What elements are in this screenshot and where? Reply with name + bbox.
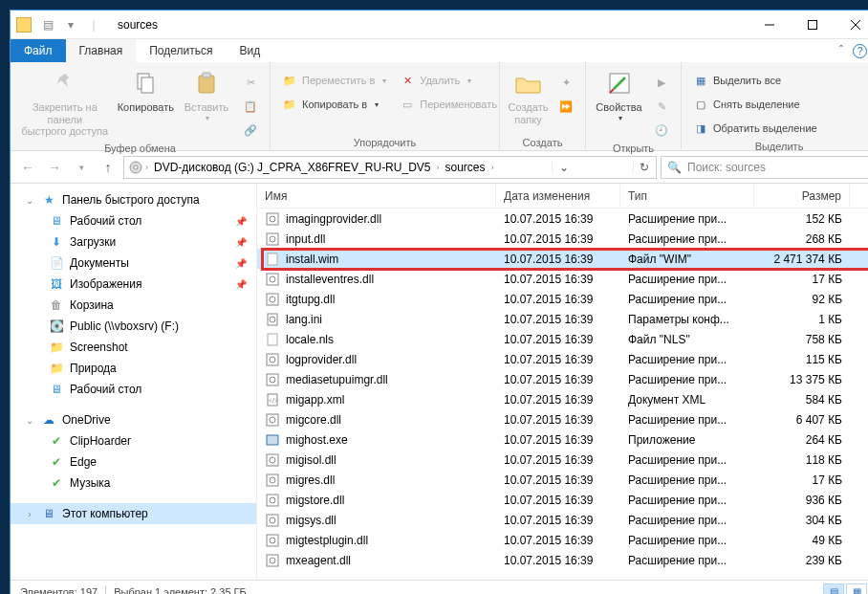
maximize-button[interactable] [791, 11, 834, 38]
new-folder-button[interactable]: Создать папку [508, 66, 549, 125]
breadcrumb-folder[interactable]: sources [441, 161, 488, 174]
tab-share[interactable]: Поделиться [136, 39, 226, 62]
paste-shortcut-button[interactable]: 🔗 [239, 120, 262, 141]
open-button[interactable]: ▶ [650, 72, 673, 93]
tab-home[interactable]: Главная [66, 39, 137, 62]
view-large-button[interactable]: ▦ [846, 583, 867, 595]
file-row[interactable]: locale.nls10.07.2015 16:39Файл "NLS"758 … [257, 329, 868, 349]
file-row[interactable]: migisol.dll10.07.2015 16:39Расширение пр… [257, 450, 868, 470]
tree-item[interactable]: 💽Public (\\vboxsrv) (F:) [11, 316, 256, 337]
qat-new-folder-icon[interactable]: ▾ [60, 14, 81, 35]
copy-button[interactable]: Копировать [118, 66, 174, 114]
file-row[interactable]: migcore.dll10.07.2015 16:39Расширение пр… [257, 409, 868, 429]
file-date: 10.07.2015 16:39 [496, 232, 620, 246]
tree-item[interactable]: 📄Документы📌 [11, 253, 256, 274]
file-row[interactable]: logprovider.dll10.07.2015 16:39Расширени… [257, 349, 868, 369]
nav-bar: ← → ▾ ↑ › DVD-дисковод (G:) J_CPRA_X86FR… [11, 151, 868, 184]
addr-dropdown-button[interactable]: ⌄ [552, 161, 575, 174]
file-row[interactable]: migres.dll10.07.2015 16:39Расширение при… [257, 470, 868, 490]
history-button[interactable]: 🕘 [650, 120, 673, 141]
help-icon[interactable]: ? [853, 44, 867, 58]
rename-button[interactable]: ▭Переименовать [396, 94, 501, 115]
select-all-button[interactable]: ▦Выделить все [689, 70, 821, 91]
delete-button[interactable]: ✕Удалить [396, 70, 501, 91]
tree-item[interactable]: ✔Edge [11, 451, 256, 473]
folder-icon: 📁 [49, 361, 64, 376]
file-size: 304 КБ [754, 514, 850, 527]
file-type: Расширение при... [620, 413, 754, 427]
tree-item[interactable]: 📁Screenshot [11, 337, 256, 358]
close-button[interactable] [834, 11, 868, 38]
col-type-header[interactable]: Тип [620, 184, 754, 208]
tree-quick-access[interactable]: ⌄ ★ Панель быстрого доступа [11, 189, 256, 210]
tab-view[interactable]: Вид [226, 39, 273, 62]
forward-button[interactable]: → [43, 156, 66, 179]
back-button[interactable]: ← [16, 156, 39, 179]
file-row[interactable]: mxeagent.dll10.07.2015 16:39Расширение п… [257, 550, 868, 570]
file-row[interactable]: migsys.dll10.07.2015 16:39Расширение при… [257, 510, 868, 530]
tree-item[interactable]: 🗑Корзина [11, 295, 256, 316]
qat-properties-icon[interactable]: ▤ [37, 14, 58, 35]
pin-quick-access-button[interactable]: Закрепить на панели быстрого доступа [18, 66, 112, 138]
pin-icon [50, 68, 80, 99]
tree-onedrive[interactable]: ⌄ ☁ OneDrive [11, 409, 256, 430]
file-row[interactable]: imagingprovider.dll10.07.2015 16:39Расши… [257, 209, 868, 229]
tree-item[interactable]: 📁Природа [11, 358, 256, 379]
new-item-button[interactable]: ✦ [554, 72, 577, 93]
copy-path-button[interactable]: 📋 [239, 96, 262, 117]
search-box[interactable]: 🔍 Поиск: sources [661, 156, 868, 179]
paste-button[interactable]: Вставить [180, 66, 233, 122]
tree-item[interactable]: ⬇Загрузки📌 [11, 231, 256, 253]
recent-locations-button[interactable]: ▾ [70, 156, 93, 179]
chevron-down-icon[interactable]: ⌄ [24, 415, 35, 426]
easy-access-button[interactable]: ⏩ [554, 96, 577, 117]
file-row[interactable]: mediasetupuimgr.dll10.07.2015 16:39Расши… [257, 369, 868, 389]
file-row[interactable]: input.dll10.07.2015 16:39Расширение при.… [257, 229, 868, 249]
tree-this-pc[interactable]: › 🖥 Этот компьютер [11, 503, 256, 524]
col-name-header[interactable]: Имя [257, 184, 496, 208]
file-row[interactable]: </>migapp.xml10.07.2015 16:39Документ XM… [257, 389, 868, 409]
breadcrumb-drive[interactable]: DVD-дисковод (G:) J_CPRA_X86FREV_RU-RU_D… [150, 161, 434, 174]
up-button[interactable]: ↑ [97, 156, 119, 179]
move-to-button[interactable]: 📁Переместить в [278, 70, 390, 91]
ribbon-collapse-icon[interactable]: ˆ [839, 44, 843, 57]
file-scroll-area[interactable]: Имя Дата изменения Тип Размер imagingpro… [257, 184, 868, 580]
file-size: 268 КБ [754, 232, 850, 246]
navigation-tree[interactable]: ⌄ ★ Панель быстрого доступа 🖥Рабочий сто… [11, 184, 257, 580]
file-row[interactable]: migstore.dll10.07.2015 16:39Расширение п… [257, 490, 868, 510]
tree-item[interactable]: 🖼Изображения📌 [11, 274, 256, 295]
refresh-button[interactable]: ↻ [633, 161, 656, 174]
cut-button[interactable]: ✂ [239, 72, 262, 93]
file-icon [265, 473, 280, 488]
file-icon: </> [265, 392, 280, 407]
chevron-down-icon[interactable]: ⌄ [24, 195, 35, 206]
tree-item[interactable]: ✔ClipHoarder [11, 430, 256, 451]
file-row[interactable]: lang.ini10.07.2015 16:39Параметры конф..… [257, 309, 868, 329]
view-details-button[interactable]: ▤ [823, 583, 844, 595]
file-row[interactable]: install.wim10.07.2015 16:39Файл "WIM"2 4… [257, 249, 868, 269]
tree-item[interactable]: ✔Музыка [11, 473, 256, 494]
address-bar[interactable]: › DVD-дисковод (G:) J_CPRA_X86FREV_RU-RU… [123, 156, 657, 179]
copy-to-button[interactable]: 📁Копировать в [278, 94, 390, 115]
invert-selection-button[interactable]: ◨Обратить выделение [689, 118, 821, 139]
col-date-header[interactable]: Дата изменения [496, 184, 620, 208]
edit-button[interactable]: ✎ [650, 96, 673, 117]
file-row[interactable]: migtestplugin.dll10.07.2015 16:39Расшире… [257, 530, 868, 550]
select-none-button[interactable]: ▢Снять выделение [689, 94, 821, 115]
chevron-right-icon[interactable]: › [24, 509, 35, 519]
properties-button[interactable]: Свойства [594, 66, 644, 122]
column-headers: Имя Дата изменения Тип Размер [257, 184, 868, 209]
file-name: migsys.dll [286, 514, 336, 527]
file-type: Расширение при... [620, 554, 754, 567]
file-row[interactable]: mighost.exe10.07.2015 16:39Приложение264… [257, 429, 868, 450]
file-date: 10.07.2015 16:39 [496, 514, 620, 527]
tab-file[interactable]: Файл [11, 39, 66, 62]
minimize-button[interactable] [748, 11, 791, 38]
tree-item[interactable]: 🖥Рабочий стол📌 [11, 210, 256, 231]
file-row[interactable]: installeventres.dll10.07.2015 16:39Расши… [257, 269, 868, 289]
tree-item[interactable]: 🖥Рабочий стол [11, 379, 256, 400]
group-organize-label: Упорядочить [278, 135, 491, 148]
col-size-header[interactable]: Размер [754, 184, 850, 208]
file-row[interactable]: itgtupg.dll10.07.2015 16:39Расширение пр… [257, 289, 868, 309]
svg-rect-7 [203, 73, 210, 77]
